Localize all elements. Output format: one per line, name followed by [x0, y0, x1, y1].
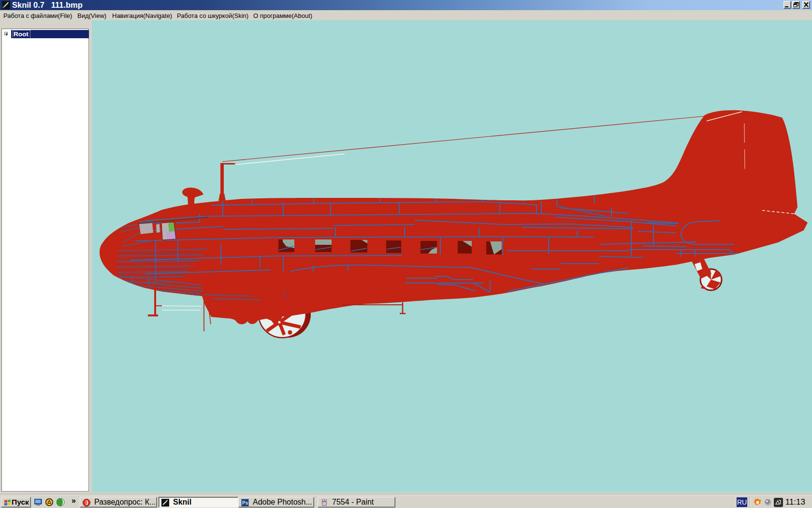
svg-text:Ps: Ps [242, 500, 248, 506]
